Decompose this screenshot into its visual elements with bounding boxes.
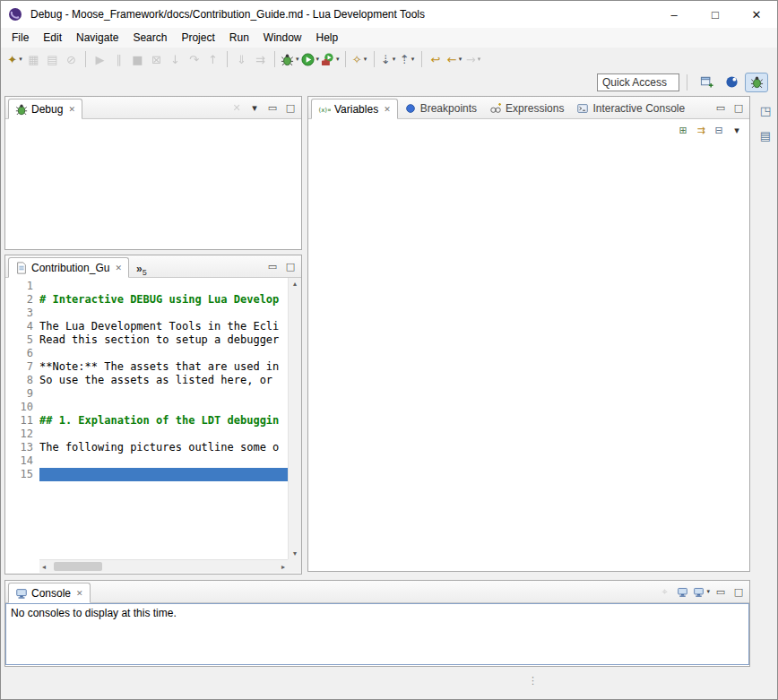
last-edit-location-button[interactable]: ↩ — [427, 49, 445, 69]
display-selected-console-button[interactable] — [674, 583, 690, 600]
tab-debug[interactable]: Debug ✕ — [8, 99, 82, 119]
resume-button[interactable]: ▶ — [91, 49, 109, 69]
app-logo-icon — [8, 6, 24, 22]
close-tab-icon[interactable]: ✕ — [384, 105, 391, 114]
new-wizard-button[interactable]: ✦▾ — [5, 49, 24, 69]
back-button[interactable]: ←▾ — [445, 49, 464, 69]
menu-file[interactable]: File — [4, 29, 36, 47]
menu-search[interactable]: Search — [125, 29, 174, 47]
scroll-down-icon[interactable]: ▾ — [293, 549, 297, 557]
show-type-names-button[interactable]: ⊞ — [675, 123, 691, 139]
external-tools-button[interactable]: ▾ — [320, 49, 341, 69]
debug-perspective-button[interactable] — [745, 73, 768, 92]
code-line[interactable]: So use the assets as listed here, or — [39, 374, 288, 387]
lua-perspective-button[interactable] — [720, 73, 743, 92]
open-perspective-button[interactable] — [695, 73, 718, 92]
open-console-button[interactable]: ▾ — [692, 583, 711, 600]
tab-console[interactable]: Console ✕ — [8, 583, 91, 603]
code-line[interactable] — [39, 387, 288, 401]
debug-button[interactable]: ▾ — [280, 49, 300, 69]
view-menu-button[interactable]: ▾ — [246, 99, 263, 116]
disconnect-button[interactable]: ⊠ — [147, 49, 166, 69]
quick-access-input[interactable]: Quick Access — [597, 73, 679, 91]
resize-grip[interactable]: ⋮ — [528, 676, 538, 686]
menu-help[interactable]: Help — [309, 29, 346, 47]
window-maximize-button[interactable]: □ — [695, 1, 736, 28]
scrollbar-thumb[interactable] — [54, 562, 102, 571]
forward-button[interactable]: →▾ — [464, 49, 483, 69]
line-number: 14 — [5, 454, 33, 468]
window-close-button[interactable]: ✕ — [736, 1, 777, 28]
code-line[interactable] — [39, 280, 288, 293]
restore-views-button[interactable]: ◳ — [756, 101, 774, 119]
scroll-up-icon[interactable]: ▴ — [293, 280, 297, 288]
print-button[interactable]: ▤ — [43, 49, 62, 69]
maximize-view-button[interactable]: □ — [282, 99, 298, 116]
vertical-scrollbar[interactable]: ▴ ▾ — [288, 278, 301, 559]
menu-navigate[interactable]: Navigate — [69, 29, 125, 47]
code-line[interactable]: Read this section to setup a debugger — [39, 333, 288, 347]
menu-run[interactable]: Run — [222, 29, 256, 47]
view-menu-button[interactable]: ▾ — [729, 123, 745, 139]
previous-annotation-button[interactable]: ⇡▾ — [398, 49, 417, 69]
code-line[interactable] — [39, 454, 288, 468]
code-line[interactable]: The following pictures outline some o — [39, 441, 288, 454]
tab-expressions[interactable]: Expressions — [483, 98, 570, 118]
step-return-button[interactable]: ↑ — [203, 49, 222, 69]
minimize-view-button[interactable]: ▭ — [713, 99, 729, 116]
run-button[interactable]: ▾ — [300, 49, 321, 69]
close-tab-icon[interactable]: ✕ — [115, 264, 122, 272]
tab-interactive-console[interactable]: Interactive Console — [570, 98, 691, 118]
show-type-names-icon: ⊞ — [679, 125, 687, 135]
code-line[interactable]: **Note:** The assets that are used in — [39, 360, 288, 374]
next-annotation-button[interactable]: ⇣▾ — [379, 49, 398, 69]
save-button[interactable]: ▦ — [24, 49, 43, 69]
close-tab-icon[interactable]: ✕ — [76, 589, 83, 598]
terminate-button[interactable]: ■ — [128, 49, 147, 69]
code-line[interactable] — [39, 347, 288, 360]
pin-console-button[interactable]: ⌖ — [656, 583, 672, 600]
tab-contribution-guide[interactable]: Contribution_Gu ✕ — [8, 257, 129, 278]
editor-tab-overflow[interactable]: » 5 — [129, 261, 151, 277]
horizontal-scrollbar[interactable]: ◂ ▸ — [39, 559, 288, 573]
tab-variables[interactable]: (x)=Variables✕ — [311, 99, 398, 119]
minimize-view-button[interactable]: ▭ — [264, 99, 281, 116]
debug-icon — [281, 53, 294, 66]
maximize-view-button[interactable]: □ — [282, 258, 298, 274]
code-line[interactable]: ## 1. Explanation of the LDT debuggin — [39, 414, 288, 428]
code-line[interactable] — [39, 307, 288, 320]
maximize-view-button[interactable]: □ — [730, 583, 747, 600]
step-into-button[interactable]: ↓ — [166, 49, 185, 69]
show-logical-structure-button[interactable]: ⇉ — [693, 123, 709, 139]
toolbar-separator — [687, 74, 687, 91]
open-search-button[interactable]: ✧▾ — [350, 49, 369, 69]
debug-view-toolbar: ✕▾▭□ — [229, 99, 298, 116]
code-line[interactable] — [39, 401, 288, 414]
scroll-left-icon[interactable]: ◂ — [42, 563, 46, 571]
skip-all-breakpoints-button[interactable]: ⊘ — [62, 49, 81, 69]
close-tab-icon[interactable]: ✕ — [68, 105, 75, 114]
remove-all-terminated-button[interactable]: ✕ — [229, 99, 245, 116]
menu-edit[interactable]: Edit — [36, 29, 69, 47]
code-line[interactable]: The Lua Development Tools in the Ecli — [39, 320, 288, 333]
minimized-view-button[interactable]: ▤ — [756, 126, 774, 144]
scroll-right-icon[interactable]: ▸ — [281, 563, 285, 571]
menu-project[interactable]: Project — [174, 29, 221, 47]
maximize-view-button[interactable]: □ — [730, 99, 747, 116]
step-over-button[interactable]: ↷ — [185, 49, 203, 69]
tab-breakpoints[interactable]: Breakpoints — [398, 98, 483, 118]
suspend-button[interactable]: ∥ — [109, 49, 128, 69]
code-text-area[interactable]: # Interactive DEBUG using Lua DevelopThe… — [39, 278, 288, 559]
code-line[interactable] — [39, 428, 288, 441]
window-minimize-button[interactable]: – — [653, 1, 695, 28]
menu-window[interactable]: Window — [256, 29, 309, 47]
drop-to-frame-button[interactable]: ⇓ — [232, 49, 251, 69]
minimize-view-button[interactable]: ▭ — [264, 258, 281, 274]
lua-perspective-icon — [725, 75, 739, 89]
minimize-view-button[interactable]: ▭ — [713, 583, 729, 600]
use-step-filters-button[interactable]: ⇉ — [251, 49, 270, 69]
code-line[interactable] — [39, 468, 288, 481]
collapse-all-button[interactable]: ⊟ — [711, 123, 727, 139]
code-line[interactable]: # Interactive DEBUG using Lua Develop — [39, 293, 288, 307]
perspective-bar — [695, 73, 768, 92]
